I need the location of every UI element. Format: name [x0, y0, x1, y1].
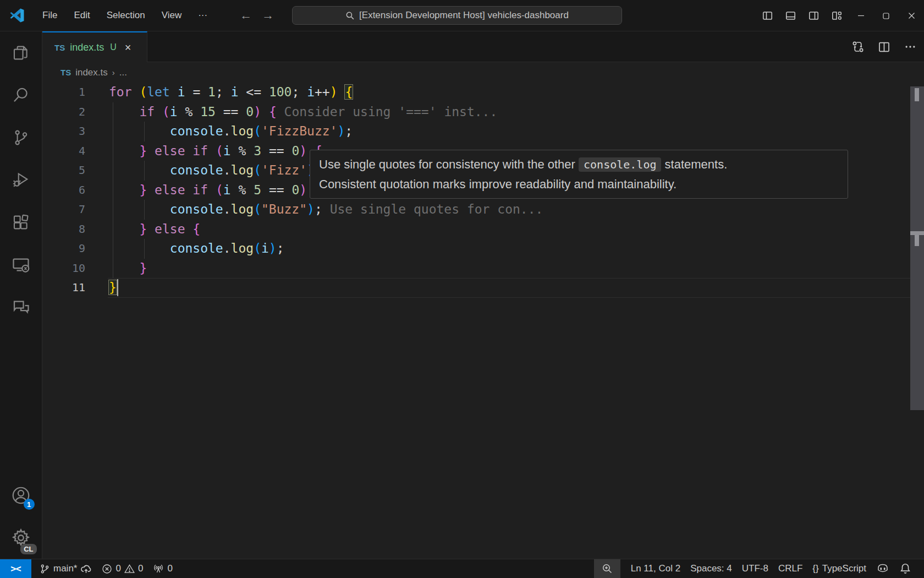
code-line[interactable]: 3 console.log('FizzBuzz'); — [42, 122, 924, 141]
more-actions-icon[interactable] — [904, 41, 916, 53]
window-minimize-icon[interactable] — [848, 0, 873, 31]
nav-forward-icon[interactable]: → — [261, 8, 275, 23]
menu-selection[interactable]: Selection — [100, 7, 152, 24]
code-line[interactable]: 8 } else { — [42, 220, 924, 239]
breadcrumb-symbol[interactable]: ... — [119, 67, 127, 78]
braces-icon: {} — [812, 563, 818, 574]
warnings-icon — [124, 564, 135, 574]
line-number: 3 — [42, 122, 85, 141]
indentation-setting[interactable]: Spaces: 4 — [685, 559, 737, 578]
activity-bar: 1 CL — [0, 31, 42, 559]
code-line[interactable]: 9 console.log(i); — [42, 239, 924, 259]
tab-close-icon[interactable]: × — [125, 42, 131, 53]
toggle-sidebar-icon[interactable] — [756, 0, 779, 31]
tab-bar: TS index.ts U × — [42, 31, 924, 62]
errors-icon — [102, 564, 112, 574]
comments-icon[interactable] — [0, 286, 42, 328]
code-text: console.log('FizzBuzz'); — [109, 122, 353, 141]
vertical-scrollbar[interactable] — [910, 86, 924, 410]
code-line[interactable]: 1for (let i = 1; i <= 100; i++) { — [42, 83, 924, 102]
menu-bar: File Edit Selection View ··· — [35, 7, 215, 24]
settings-gear-icon[interactable]: CL — [0, 516, 42, 559]
explorer-icon[interactable] — [0, 31, 42, 74]
code-line[interactable]: 11} — [42, 278, 924, 298]
line-number: 2 — [42, 102, 85, 122]
remote-explorer-icon[interactable] — [0, 243, 42, 286]
code-text: } else { — [109, 220, 200, 239]
overview-ruler-mark — [910, 231, 924, 235]
breadcrumb: TS index.ts › ... — [42, 62, 924, 83]
menu-file[interactable]: File — [35, 7, 64, 24]
line-number: 7 — [42, 200, 85, 220]
code-text: } — [109, 278, 117, 298]
language-label: TypeScript — [822, 563, 866, 574]
typescript-file-icon: TS — [61, 68, 71, 77]
git-branch-icon — [40, 564, 50, 574]
code-text: } else if (i % 5 == 0) { — [109, 181, 322, 200]
tab-git-status: U — [110, 42, 117, 52]
hover-tooltip: Use single quotes for consistency with t… — [310, 150, 848, 199]
text-cursor — [117, 279, 118, 296]
git-branch-status[interactable]: main* — [35, 559, 97, 578]
branch-name: main* — [53, 563, 77, 574]
split-editor-icon[interactable] — [878, 41, 890, 53]
run-debug-icon[interactable] — [0, 159, 42, 201]
open-changes-icon[interactable] — [852, 41, 864, 53]
extensions-icon[interactable] — [0, 201, 42, 243]
line-number: 10 — [42, 259, 85, 279]
code-text: if (i % 15 == 0) { Consider using '===' … — [109, 102, 497, 122]
publish-cloud-icon — [80, 563, 92, 575]
radio-tower-icon — [153, 563, 164, 574]
overview-ruler-mark — [915, 88, 919, 101]
menu-view[interactable]: View — [155, 7, 189, 24]
code-text: } else if (i % 3 == 0) { — [109, 141, 322, 161]
command-center-label: [Extension Development Host] vehicles-da… — [359, 10, 569, 21]
ports-status[interactable]: 0 — [148, 559, 177, 578]
line-number: 4 — [42, 141, 85, 161]
customize-layout-icon[interactable] — [825, 0, 848, 31]
line-number: 9 — [42, 239, 85, 259]
encoding-setting[interactable]: UTF-8 — [737, 559, 773, 578]
toggle-secondary-sidebar-icon[interactable] — [802, 0, 825, 31]
toggle-panel-icon[interactable] — [779, 0, 802, 31]
source-control-icon[interactable] — [0, 116, 42, 159]
typescript-file-icon: TS — [54, 43, 65, 52]
line-number: 5 — [42, 161, 85, 181]
tab-index-ts[interactable]: TS index.ts U × — [42, 31, 147, 62]
window-maximize-icon[interactable] — [873, 0, 899, 31]
eol-setting[interactable]: CRLF — [773, 559, 807, 578]
hover-line-1: Use single quotes for consistency with t… — [319, 155, 839, 175]
zoom-level-indicator[interactable] — [594, 559, 620, 578]
accounts-icon[interactable]: 1 — [0, 474, 42, 516]
chevron-right-icon: › — [112, 68, 115, 77]
code-line[interactable]: 2 if (i % 15 == 0) { Consider using '===… — [42, 102, 924, 122]
code-editor[interactable]: 1for (let i = 1; i <= 100; i++) {2 if (i… — [42, 83, 924, 559]
cursor-position[interactable]: Ln 11, Col 2 — [626, 559, 685, 578]
remote-indicator[interactable]: >< — [0, 559, 31, 578]
overview-ruler-mark — [915, 235, 919, 246]
status-bar: >< main* 0 0 — [0, 559, 924, 578]
command-center-search[interactable]: [Extension Development Host] vehicles-da… — [292, 6, 622, 25]
language-mode[interactable]: {} TypeScript — [807, 559, 871, 578]
vscode-logo-icon — [10, 8, 24, 23]
tab-label: index.ts — [70, 42, 104, 53]
menu-edit[interactable]: Edit — [67, 7, 97, 24]
notifications-bell-icon[interactable] — [894, 559, 916, 578]
hover-line-2: Consistent quotation marks improve reada… — [319, 175, 839, 194]
settings-badge: CL — [20, 544, 36, 554]
code-line[interactable]: 10 } — [42, 259, 924, 279]
line-number: 11 — [42, 278, 85, 298]
search-view-icon[interactable] — [0, 74, 42, 116]
code-line[interactable]: 7 console.log("Buzz"); Use single quotes… — [42, 200, 924, 220]
code-text: } — [109, 259, 147, 279]
problems-status[interactable]: 0 0 — [97, 559, 148, 578]
window-close-icon[interactable] — [899, 0, 924, 31]
errors-count: 0 — [116, 563, 120, 574]
menu-overflow[interactable]: ··· — [191, 7, 215, 24]
nav-back-icon[interactable]: ← — [239, 8, 253, 23]
breadcrumb-file[interactable]: index.ts — [75, 67, 108, 78]
copilot-icon[interactable] — [871, 559, 894, 578]
line-number: 6 — [42, 181, 85, 200]
hover-inline-code: console.log — [579, 157, 661, 172]
code-text: console.log('Fizz'); — [109, 161, 322, 181]
